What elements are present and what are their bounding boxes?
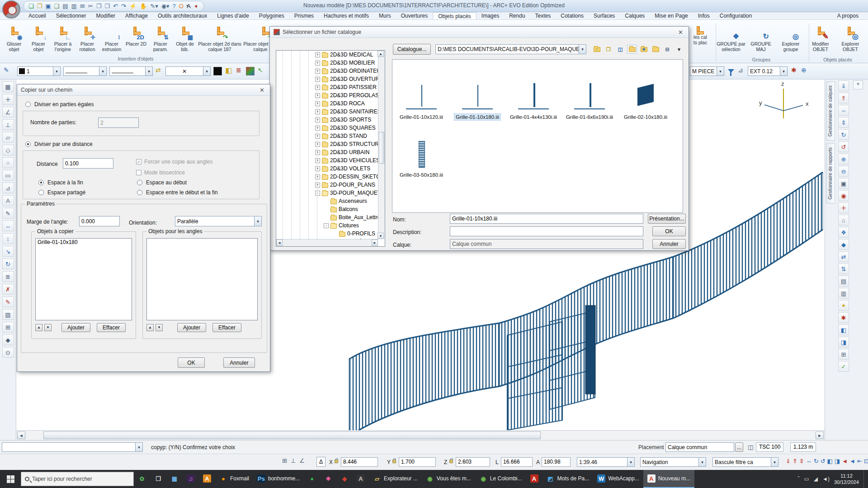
pen-number-combo[interactable]: 1▾	[17, 66, 61, 76]
panel-tool-icon[interactable]: ▣	[838, 178, 849, 189]
panel-tool-icon[interactable]: ◧	[838, 324, 849, 335]
status-tool-icon[interactable]: ⇤	[857, 458, 862, 464]
ajouter-button[interactable]: Ajouter	[61, 323, 90, 332]
taskbar-app[interactable]: A Nouveau m...	[643, 470, 694, 488]
panel-add-button[interactable]: +	[853, 80, 863, 89]
tree-expand-icon[interactable]: +	[315, 134, 320, 139]
tree-item[interactable]: Boite_Aux_Lettres	[276, 213, 385, 221]
radio-diviser-parties[interactable]	[25, 102, 31, 107]
status-tool-icon[interactable]: ⊡	[864, 458, 868, 464]
tool-icon[interactable]: ✗	[2, 284, 14, 295]
ribbon-clipped-item[interactable]: les cal ts plac	[689, 26, 712, 45]
menu-tab[interactable]: Murs	[374, 12, 396, 19]
tsc-field[interactable]: TSC 100	[756, 442, 783, 452]
catalogue-toolbar-icon[interactable]: ▾	[674, 45, 684, 54]
tool-icon[interactable]: ∠	[2, 107, 14, 117]
tree-expand-icon[interactable]: +	[315, 85, 320, 90]
delta-toggle[interactable]: Δ	[316, 457, 326, 467]
ribbon-item[interactable]: ↓ Placer objet	[26, 21, 51, 52]
ribbon-item[interactable]: I Placer extrusion	[99, 21, 124, 52]
tree-h-scrollbar[interactable]: ◄ ►	[276, 239, 378, 246]
scroll-right-icon[interactable]: ►	[816, 432, 824, 439]
menu-tab[interactable]: Calques	[620, 12, 650, 19]
radio-espace-entre[interactable]	[137, 190, 142, 195]
menu-tab[interactable]: Accueil	[24, 12, 51, 19]
tree-item[interactable]: + 2D&3D URBAIN	[276, 148, 385, 156]
status-tool-icon[interactable]: ⇑	[793, 458, 797, 464]
ribbon-item[interactable]: ◎ Explorer groupe	[776, 21, 806, 52]
move-up-spinner[interactable]: ▲	[35, 324, 42, 331]
ribbon-item[interactable]: ✎ Modifier OBJET	[806, 21, 835, 52]
quick-access-icon[interactable]: ↶	[113, 3, 118, 9]
tool-icon[interactable]: ▧	[2, 309, 14, 320]
menu-tab[interactable]: Rendu	[504, 12, 530, 19]
tool-icon[interactable]: ▭	[2, 170, 14, 181]
catalogue-file-item[interactable]: Grille-01-10x120.iii	[393, 62, 449, 120]
radio-espace-debut[interactable]	[137, 180, 142, 185]
panel-tool-icon[interactable]: ↻	[838, 129, 849, 140]
menu-tab[interactable]: Images	[476, 12, 504, 19]
tool-icon[interactable]: ◇	[2, 145, 14, 155]
scale-combo[interactable]: 1:39.46▾	[577, 457, 635, 467]
tool-icon[interactable]: ▱	[2, 132, 14, 143]
tree-item[interactable]: + 2D&3D SQUARES	[276, 124, 385, 132]
tree-expand-icon[interactable]: +	[315, 61, 320, 66]
menu-tab[interactable]: Configuration	[715, 12, 757, 19]
ribbon-item[interactable]: ↷ Placer objet 2d dans calque 187	[197, 21, 242, 52]
lock-icon[interactable]	[335, 460, 338, 463]
quick-access-icon[interactable]: ❐	[37, 3, 42, 9]
scroll-left-icon[interactable]: ◄	[17, 432, 25, 439]
panel-tool-icon[interactable]: ⇓	[838, 80, 849, 91]
catalogue-toolbar-icon[interactable]: ❐	[604, 45, 613, 54]
tree-expand-icon[interactable]: +	[315, 109, 320, 114]
tool-icon[interactable]: ✛	[2, 94, 14, 105]
tool-icon[interactable]: ↻	[2, 258, 14, 269]
flip-icon[interactable]: ⇄	[156, 67, 161, 73]
layer-combo[interactable]: Calque commun	[665, 442, 734, 452]
catalogue-toolbar-icon[interactable]: ✦	[639, 45, 649, 54]
ribbon-item[interactable]: ◉ Glisser objet	[2, 21, 26, 52]
close-icon[interactable]: ✕	[258, 87, 266, 94]
tree-item[interactable]: Ascenseurs	[276, 197, 385, 205]
list-settings-icon[interactable]: ≣	[236, 67, 241, 73]
panel-tool-icon[interactable]: ✛	[838, 202, 849, 213]
tree-expand-icon[interactable]: +	[315, 117, 320, 122]
taskbar-app[interactable]: W WebAcapp...	[593, 470, 643, 488]
catalogue-toolbar-icon[interactable]: ↑	[592, 45, 602, 54]
move-down-spinner[interactable]: ▼	[44, 324, 52, 331]
panel-tool-icon[interactable]: ⇑	[838, 93, 849, 103]
menu-tab[interactable]: Objets placés	[433, 12, 476, 19]
close-icon[interactable]: ✕	[676, 29, 685, 36]
tree-item[interactable]: + 2D&3D PERGOLAS	[276, 91, 385, 99]
tool-icon[interactable]: ⊥	[2, 119, 14, 130]
tree-expand-icon[interactable]: +	[315, 174, 320, 179]
tool-icon[interactable]: ⊿	[2, 183, 14, 193]
cancel-button[interactable]: Annuler	[223, 357, 255, 368]
tree-item[interactable]: + 2D&3D STAND	[276, 132, 385, 140]
panel-tool-icon[interactable]: ⇅	[838, 263, 849, 274]
move-down-spinner[interactable]: ▼	[156, 324, 163, 331]
tree-item[interactable]: + 2D&3D STRUCTURES	[276, 140, 385, 148]
menu-tab[interactable]: Cotations	[556, 12, 589, 19]
menu-tab[interactable]: Affichage	[120, 12, 153, 19]
tree-item[interactable]: + 2D-DESSIN_SKETCH	[276, 173, 385, 181]
taskbar-app[interactable]: ❖	[320, 470, 336, 488]
tool-icon[interactable]: ✎	[2, 296, 14, 307]
quick-access-icon[interactable]: ▥	[71, 3, 77, 9]
panel-tool-icon[interactable]: ↺	[838, 141, 849, 152]
tool-icon[interactable]: ≣	[2, 271, 14, 282]
quick-access-icon[interactable]: ▤	[62, 3, 68, 9]
tree-expand-icon[interactable]: +	[315, 69, 320, 74]
tree-expand-icon[interactable]: +	[315, 77, 320, 82]
nom-field[interactable]	[450, 214, 643, 224]
pen-style-icon[interactable]: ✎	[4, 67, 9, 73]
quick-access-icon[interactable]: ✉	[80, 3, 85, 9]
ext-combo[interactable]: EXT 0.12▾	[748, 66, 788, 76]
status-tool-icon[interactable]: ⇕	[799, 458, 804, 464]
taskbar-app[interactable]: ◉ Le Colombi...	[475, 470, 526, 488]
taskbar-app[interactable]: ✿	[134, 470, 150, 488]
catalogue-file-item[interactable]: Grille-01-4x4x130i.iii	[505, 62, 561, 120]
quick-access-icon[interactable]: ➧	[194, 3, 199, 9]
scroll-up-icon[interactable]: ▲	[377, 51, 384, 57]
angle-field[interactable]: 180.98	[542, 457, 571, 467]
